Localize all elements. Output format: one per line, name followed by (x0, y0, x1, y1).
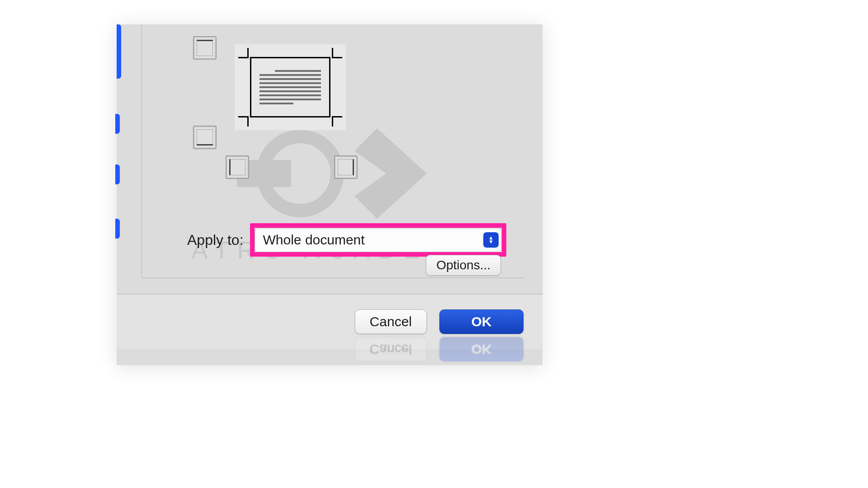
side-tab[interactable] (115, 164, 120, 184)
border-left-toggle[interactable] (226, 155, 249, 179)
border-right-toggle[interactable] (334, 155, 358, 179)
options-button[interactable]: Options... (426, 255, 501, 276)
page-icon (250, 57, 330, 117)
side-tab[interactable] (115, 219, 120, 239)
apply-to-select[interactable]: Whole document ▲▼ (255, 228, 502, 252)
apply-to-row: Apply to: Whole document ▲▼ (187, 223, 506, 257)
crop-mark-icon (332, 48, 342, 58)
highlight-annotation: Whole document ▲▼ (250, 223, 506, 257)
cancel-button[interactable]: Cancel (355, 310, 427, 334)
border-bottom-toggle[interactable] (193, 126, 217, 149)
side-tab[interactable] (115, 114, 120, 134)
preview-area: Apply to: Whole document ▲▼ Options... (141, 24, 524, 278)
crop-mark-icon (238, 116, 249, 127)
select-stepper-icon: ▲▼ (483, 232, 499, 248)
tab-strip-active[interactable] (117, 24, 121, 79)
crop-mark-icon (238, 48, 249, 58)
crop-mark-icon (332, 116, 342, 127)
cancel-label: Cancel (370, 314, 412, 329)
reflection-decoration: Cancel OK (117, 333, 542, 365)
page-preview (235, 44, 346, 130)
apply-to-label: Apply to: (187, 232, 244, 249)
ok-button[interactable]: OK (439, 310, 524, 334)
ok-label: OK (472, 314, 492, 329)
border-top-toggle[interactable] (193, 36, 217, 60)
apply-to-value: Whole document (263, 232, 483, 248)
options-label: Options... (436, 258, 491, 272)
dialog-panel: ATRO ACADEMY Apply to: Whole document (117, 24, 542, 365)
